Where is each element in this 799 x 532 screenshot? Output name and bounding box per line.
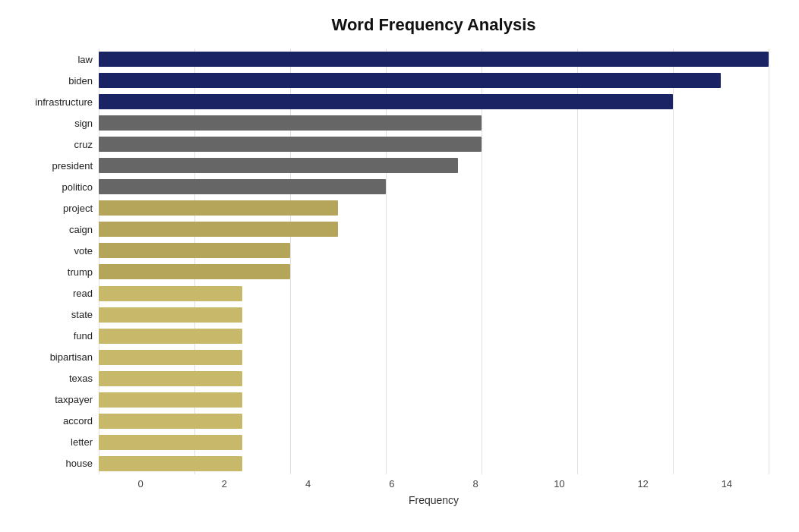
bar-label: state	[9, 309, 93, 320]
bar-row: taxpayer	[99, 392, 769, 408]
bar-row: politico	[99, 178, 769, 195]
bar-fill	[99, 222, 338, 237]
x-tick-label: 0	[99, 478, 182, 490]
bar-fill	[99, 94, 673, 109]
chart-title: Word Frequency Analysis	[99, 15, 769, 35]
bar-label: letter	[9, 436, 93, 448]
bar-row: president	[99, 157, 769, 174]
x-tick-label: 4	[267, 478, 350, 490]
bar-fill	[99, 158, 458, 173]
bar-fill	[99, 414, 242, 429]
x-tick-label: 6	[350, 478, 434, 490]
bar-row: state	[99, 307, 769, 323]
bar-label: bipartisan	[9, 351, 93, 363]
bar-row: letter	[99, 434, 769, 451]
bar-label: house	[9, 458, 93, 469]
bar-row: read	[99, 285, 769, 302]
bar-fill	[99, 264, 290, 279]
bar-label: trump	[9, 266, 93, 278]
bar-row: trump	[99, 263, 769, 280]
bar-row: project	[99, 200, 769, 216]
bar-fill	[99, 435, 242, 450]
bar-row: cruz	[99, 136, 769, 153]
bar-row: biden	[99, 72, 769, 89]
bar-row: caign	[99, 221, 769, 238]
bar-fill	[99, 350, 242, 365]
bar-fill	[99, 392, 242, 408]
bar-fill	[99, 243, 290, 258]
bar-row: vote	[99, 242, 769, 259]
bar-row: infrastructure	[99, 93, 769, 110]
bar-fill	[99, 115, 482, 131]
bars-area: lawbideninfrastructuresigncruzpresidentp…	[99, 49, 769, 474]
x-tick-label: 12	[602, 478, 685, 490]
x-axis: 02468101214 Frequency	[99, 474, 769, 512]
bar-label: fund	[9, 330, 93, 342]
x-tick-label: 14	[685, 478, 769, 490]
x-axis-label: Frequency	[99, 494, 769, 506]
bar-row: fund	[99, 328, 769, 345]
bar-label: cruz	[9, 139, 93, 150]
bar-label: law	[9, 54, 93, 65]
bar-label: accord	[9, 415, 93, 427]
bar-label: sign	[9, 118, 93, 129]
x-tick-label: 10	[517, 478, 601, 490]
bar-label: vote	[9, 245, 93, 257]
bar-fill	[99, 137, 482, 152]
bar-fill	[99, 73, 721, 88]
bar-fill	[99, 307, 242, 323]
bar-fill	[99, 456, 242, 471]
bar-row: bipartisan	[99, 349, 769, 366]
bar-label: infrastructure	[9, 96, 93, 108]
bar-fill	[99, 52, 769, 67]
chart-area: lawbideninfrastructuresigncruzpresidentp…	[99, 49, 769, 474]
bar-row: texas	[99, 370, 769, 387]
bar-label: taxpayer	[9, 394, 93, 405]
bar-fill	[99, 179, 386, 194]
x-tick-label: 2	[182, 478, 266, 490]
bar-label: project	[9, 203, 93, 214]
bar-label: biden	[9, 75, 93, 87]
bar-label: read	[9, 288, 93, 299]
bar-fill	[99, 371, 242, 386]
bar-fill	[99, 286, 242, 301]
bar-label: caign	[9, 224, 93, 235]
bar-row: house	[99, 455, 769, 472]
x-ticks: 02468101214	[99, 478, 769, 490]
chart-container: Word Frequency Analysis lawbideninfrastr…	[0, 0, 799, 532]
bar-fill	[99, 200, 338, 216]
bar-label: texas	[9, 373, 93, 384]
bar-row: accord	[99, 413, 769, 430]
bar-row: law	[99, 51, 769, 68]
bar-label: president	[9, 160, 93, 172]
x-tick-label: 8	[434, 478, 517, 490]
bar-fill	[99, 329, 242, 344]
bar-row: sign	[99, 115, 769, 131]
bar-label: politico	[9, 181, 93, 193]
